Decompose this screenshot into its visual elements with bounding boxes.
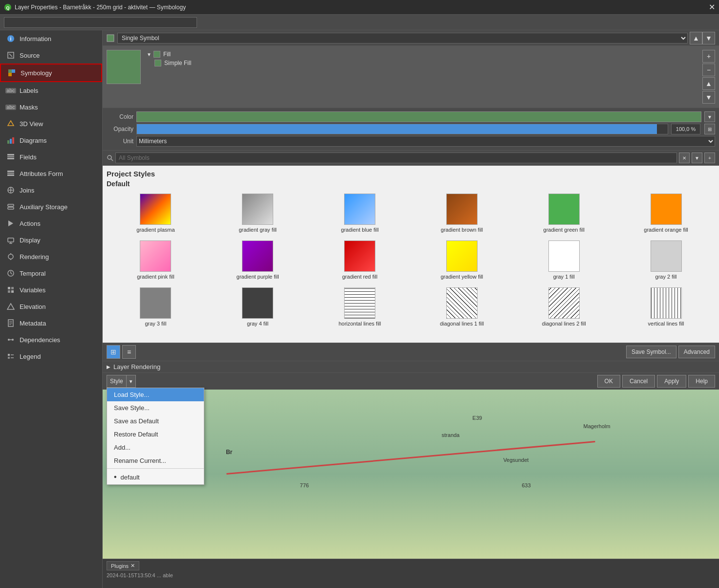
move-up-btn[interactable]: ▲ bbox=[702, 77, 715, 90]
sidebar-item-display[interactable]: Display bbox=[0, 232, 102, 248]
filter-dropdown-btn[interactable]: ▼ bbox=[692, 152, 702, 163]
close-button[interactable]: ✕ bbox=[709, 2, 715, 12]
ok-btn[interactable]: OK bbox=[597, 375, 620, 388]
svg-rect-46 bbox=[8, 354, 10, 356]
add-layer-btn[interactable]: + bbox=[702, 50, 715, 63]
advanced-btn[interactable]: Advanced bbox=[678, 346, 715, 358]
style-menu-load[interactable]: Load Style... bbox=[107, 388, 204, 401]
sidebar-item-rendering[interactable]: Rendering bbox=[0, 248, 102, 265]
symbols-search-input[interactable] bbox=[115, 152, 677, 163]
style-label-btn[interactable]: Style bbox=[107, 375, 127, 388]
style-menu-save-default[interactable]: Save as Default bbox=[107, 414, 204, 428]
symbol-item[interactable]: gray 3 fill bbox=[107, 285, 205, 328]
scroll-down-btn[interactable]: ▼ bbox=[702, 32, 715, 44]
apply-btn[interactable]: Apply bbox=[657, 375, 686, 388]
symbol-item[interactable]: gradient blue fill bbox=[311, 192, 409, 235]
symbology-type-select[interactable]: Single Symbol bbox=[117, 33, 688, 44]
svg-point-44 bbox=[12, 339, 14, 341]
symbol-item[interactable]: horizontal lines fill bbox=[311, 285, 409, 328]
sidebar-item-diagrams[interactable]: Diagrams bbox=[0, 132, 102, 149]
symbology-icon bbox=[7, 68, 17, 78]
symbol-item[interactable]: gradient yellow fill bbox=[413, 239, 511, 282]
symbol-item-name: gray 1 fill bbox=[553, 274, 575, 280]
add-style-btn[interactable]: + bbox=[704, 152, 715, 163]
sidebar-item-elevation[interactable]: Elevation bbox=[0, 298, 102, 315]
save-symbol-btn[interactable]: Save Symbol... bbox=[626, 346, 676, 358]
sidebar-item-metadata[interactable]: Metadata bbox=[0, 315, 102, 331]
map-road bbox=[226, 441, 595, 475]
style-menu-save[interactable]: Save Style... bbox=[107, 401, 204, 414]
layer-rendering-arrow: ▶ bbox=[107, 364, 110, 370]
symbol-swatch-item bbox=[344, 194, 375, 225]
sidebar-item-auxiliary-storage[interactable]: Auxiliary Storage bbox=[0, 198, 102, 215]
sidebar-item-dependencies[interactable]: Dependencies bbox=[0, 331, 102, 348]
symbol-item[interactable]: gradient brown fill bbox=[413, 192, 511, 235]
rename-current-label: Rename Current... bbox=[114, 457, 166, 464]
symbol-item[interactable]: gradient purple fill bbox=[209, 239, 307, 282]
sidebar-item-attributes-form[interactable]: Attributes Form bbox=[0, 165, 102, 182]
remove-layer-btn[interactable]: − bbox=[702, 64, 715, 76]
sidebar-item-variables[interactable]: Variables bbox=[0, 282, 102, 298]
sidebar-label-auxiliary-storage: Auxiliary Storage bbox=[20, 203, 67, 211]
symbol-item[interactable]: gray 2 fill bbox=[617, 239, 715, 282]
sidebar-label-diagrams: Diagrams bbox=[20, 137, 47, 144]
layer-rendering-section[interactable]: ▶ Layer Rendering bbox=[103, 361, 719, 372]
clear-search-btn[interactable]: ✕ bbox=[679, 152, 690, 163]
symbol-item[interactable]: gray 4 fill bbox=[209, 285, 307, 328]
svg-rect-48 bbox=[8, 357, 10, 359]
sidebar-item-masks[interactable]: abc Masks bbox=[0, 99, 102, 115]
color-picker-bar[interactable] bbox=[136, 111, 701, 122]
symbol-item[interactable]: diagonal lines 2 fill bbox=[515, 285, 613, 328]
search-input[interactable] bbox=[4, 17, 197, 28]
symbol-tree-simple-fill-row[interactable]: Simple Fill bbox=[145, 59, 698, 67]
sidebar-item-labels[interactable]: abc Labels bbox=[0, 82, 102, 99]
bullet-icon: • bbox=[114, 473, 117, 481]
symbol-item-name: gradient brown fill bbox=[441, 227, 483, 233]
style-menu-add[interactable]: Add... bbox=[107, 441, 204, 454]
sidebar-item-actions[interactable]: Actions bbox=[0, 215, 102, 232]
symbol-item[interactable]: gradient plasma bbox=[107, 192, 205, 235]
sidebar-item-source[interactable]: Source bbox=[0, 47, 102, 64]
symbol-tree-fill-row[interactable]: ▼ Fill bbox=[145, 50, 698, 59]
symbol-item[interactable]: gradient red fill bbox=[311, 239, 409, 282]
sidebar-item-legend[interactable]: Legend bbox=[0, 348, 102, 365]
log-tab-close[interactable]: ✕ bbox=[131, 563, 135, 569]
list-view-btn[interactable]: ≡ bbox=[122, 345, 136, 359]
svg-rect-6 bbox=[8, 73, 12, 76]
style-menu-rename[interactable]: Rename Current... bbox=[107, 454, 204, 467]
symbol-item[interactable]: gradient gray fill bbox=[209, 192, 307, 235]
grid-view-btn[interactable]: ⊞ bbox=[107, 345, 120, 359]
sidebar-item-information[interactable]: i Information bbox=[0, 30, 102, 47]
style-menu-default[interactable]: • default bbox=[107, 470, 204, 484]
sidebar-item-3dview[interactable]: 3D View bbox=[0, 115, 102, 132]
opacity-override-btn[interactable]: ⊞ bbox=[704, 124, 715, 134]
svg-rect-23 bbox=[8, 207, 14, 209]
rendering-icon bbox=[6, 252, 16, 261]
symbol-item[interactable]: gradient green fill bbox=[515, 192, 613, 235]
cancel-btn[interactable]: Cancel bbox=[622, 375, 655, 388]
opacity-slider[interactable] bbox=[136, 124, 668, 134]
sidebar-item-joins[interactable]: Joins bbox=[0, 182, 102, 198]
symbol-item[interactable]: gray 1 fill bbox=[515, 239, 613, 282]
sidebar-item-fields[interactable]: Fields bbox=[0, 149, 102, 165]
symbol-item[interactable]: vertical lines fill bbox=[617, 285, 715, 328]
sidebar-item-symbology[interactable]: Symbology bbox=[0, 64, 102, 82]
color-dropdown-btn[interactable]: ▼ bbox=[704, 111, 715, 122]
scroll-up-btn[interactable]: ▲ bbox=[690, 32, 702, 44]
style-dropdown-arrow-btn[interactable]: ▼ bbox=[127, 375, 136, 388]
symbol-item[interactable]: gradient pink fill bbox=[107, 239, 205, 282]
legend-icon bbox=[6, 351, 16, 361]
symbol-item[interactable]: gradient orange fill bbox=[617, 192, 715, 235]
unit-select[interactable]: Millimeters bbox=[136, 136, 715, 147]
opacity-value-input[interactable] bbox=[671, 124, 700, 134]
sidebar-item-temporal[interactable]: Temporal bbox=[0, 265, 102, 282]
sidebar-label-metadata: Metadata bbox=[20, 320, 46, 327]
move-down-btn[interactable]: ▼ bbox=[702, 91, 715, 104]
auxiliary-storage-icon bbox=[6, 202, 16, 212]
style-menu-restore-default[interactable]: Restore Default bbox=[107, 428, 204, 441]
color-label: Color bbox=[107, 113, 133, 120]
symbol-item[interactable]: diagonal lines 1 fill bbox=[413, 285, 511, 328]
title-bar: Q Layer Properties - Barnetråkk - 250m g… bbox=[0, 0, 719, 15]
log-tab-plugins[interactable]: Plugins ✕ bbox=[107, 561, 139, 570]
help-btn[interactable]: Help bbox=[688, 375, 715, 388]
